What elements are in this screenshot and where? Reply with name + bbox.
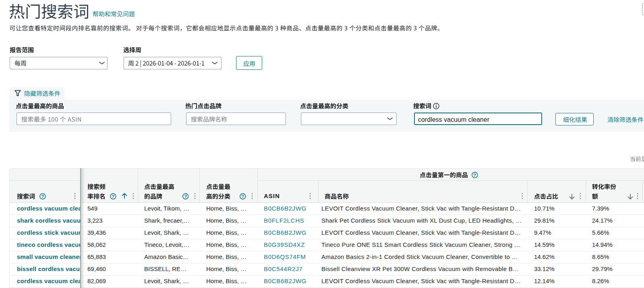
svg-text:?: ?: [474, 173, 476, 177]
svg-text:?: ?: [41, 194, 44, 199]
svg-text:?: ?: [184, 194, 187, 199]
svg-text:?: ?: [112, 194, 115, 199]
svg-text:?: ?: [241, 194, 244, 199]
